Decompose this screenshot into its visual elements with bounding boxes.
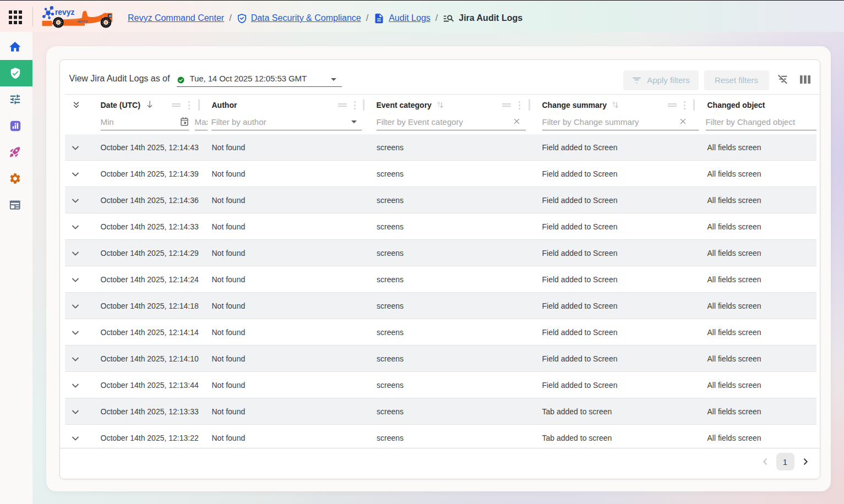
svg-text:43: 43 (108, 15, 112, 18)
svg-text:revyz: revyz (55, 8, 74, 17)
svg-text:REVYZ: REVYZ (78, 20, 88, 23)
